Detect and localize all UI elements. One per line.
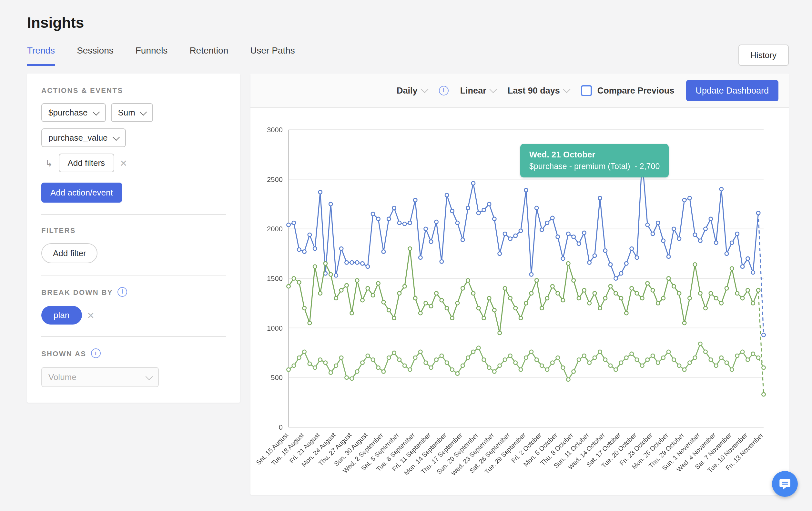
chevron-down-icon <box>490 86 497 93</box>
shown-as-heading: SHOWN AS i <box>41 349 226 358</box>
breakdown-pill-plan[interactable]: plan <box>41 306 82 325</box>
chat-launcher[interactable] <box>772 471 798 497</box>
add-filter-button[interactable]: Add filter <box>41 243 98 263</box>
add-filters-row: ↳ Add filters ✕ <box>45 154 226 172</box>
chevron-down-icon <box>112 133 120 141</box>
breakdown-heading-label: BREAK DOWN BY <box>41 288 113 296</box>
page-title: Insights <box>27 14 789 32</box>
aggregation-select[interactable]: Sum <box>111 103 153 122</box>
history-button[interactable]: History <box>738 44 789 66</box>
svg-text:0: 0 <box>279 423 283 431</box>
interval-select-value: Daily <box>397 86 417 95</box>
remove-event-icon[interactable]: ✕ <box>120 158 127 168</box>
filters-heading: FILTERS <box>41 227 226 234</box>
info-icon[interactable]: i <box>117 287 127 297</box>
info-icon[interactable]: i <box>439 86 448 95</box>
tooltip-body: $purchase - premium (Total) - 2,700 <box>529 162 660 171</box>
chart-toolbar: Daily i Linear Last 90 days Compare Prev… <box>251 73 789 108</box>
aggregation-select-value: Sum <box>118 108 135 117</box>
compare-previous-checkbox[interactable] <box>581 85 592 96</box>
svg-text:2000: 2000 <box>267 225 283 233</box>
nested-arrow-icon: ↳ <box>45 158 53 168</box>
event-select[interactable]: $purchase <box>41 103 106 122</box>
update-dashboard-button[interactable]: Update Dashboard <box>686 80 778 101</box>
tab-funnels[interactable]: Funnels <box>136 45 168 66</box>
remove-breakdown-icon[interactable]: ✕ <box>87 310 94 320</box>
page-header: Insights <box>0 0 812 32</box>
property-select[interactable]: purchase_value <box>41 128 126 147</box>
date-range-select[interactable]: Last 90 days <box>508 86 570 95</box>
divider <box>41 336 226 337</box>
breakdown-heading: BREAK DOWN BY i <box>41 287 226 297</box>
divider <box>41 214 226 215</box>
actions-events-heading: ACTIONS & EVENTS <box>41 86 226 94</box>
svg-text:1500: 1500 <box>267 274 283 282</box>
tab-sessions[interactable]: Sessions <box>77 45 114 66</box>
insights-page: Insights Trends Sessions Funnels Retenti… <box>0 0 812 511</box>
compare-previous-control[interactable]: Compare Previous <box>581 85 674 96</box>
chart-card: Daily i Linear Last 90 days Compare Prev… <box>251 73 789 495</box>
add-action-event-button[interactable]: Add action/event <box>41 183 122 203</box>
compare-previous-label: Compare Previous <box>598 86 674 95</box>
svg-text:3000: 3000 <box>267 126 283 134</box>
main-content: ACTIONS & EVENTS $purchase Sum purchase_… <box>0 66 812 495</box>
scale-select-value: Linear <box>460 86 486 95</box>
tabs-row: Trends Sessions Funnels Retention User P… <box>0 44 812 66</box>
property-select-value: purchase_value <box>49 133 108 143</box>
chevron-down-icon <box>146 372 153 380</box>
tab-retention[interactable]: Retention <box>190 45 228 66</box>
chevron-down-icon <box>563 86 571 93</box>
chevron-down-icon <box>140 108 147 116</box>
interval-select[interactable]: Daily <box>397 86 427 95</box>
chevron-down-icon <box>421 86 428 93</box>
add-filters-button[interactable]: Add filters <box>58 154 114 172</box>
shown-as-heading-label: SHOWN AS <box>41 350 86 357</box>
shown-as-value: Volume <box>49 372 77 382</box>
event-select-value: $purchase <box>49 108 87 117</box>
chart-body: 050010001500200025003000Sat. 15 AugustTu… <box>251 108 789 495</box>
svg-text:500: 500 <box>271 373 283 382</box>
tab-user-paths[interactable]: User Paths <box>250 45 295 66</box>
query-panel: ACTIONS & EVENTS $purchase Sum purchase_… <box>27 73 240 402</box>
svg-text:1000: 1000 <box>267 324 283 332</box>
shown-as-select[interactable]: Volume <box>41 367 159 387</box>
breakdown-row: plan ✕ <box>41 306 226 325</box>
property-row: purchase_value <box>41 128 226 147</box>
svg-text:2500: 2500 <box>267 176 283 184</box>
trend-chart[interactable]: 050010001500200025003000Sat. 15 AugustTu… <box>252 116 777 495</box>
event-row: $purchase Sum <box>41 103 226 122</box>
chat-icon <box>778 477 791 490</box>
tab-trends[interactable]: Trends <box>27 45 55 66</box>
divider <box>41 275 226 275</box>
date-range-value: Last 90 days <box>508 86 560 95</box>
chevron-down-icon <box>92 108 100 116</box>
scale-select[interactable]: Linear <box>460 86 496 95</box>
info-icon[interactable]: i <box>91 349 100 358</box>
chart-tooltip: Wed. 21 October $purchase - premium (Tot… <box>520 144 669 177</box>
tooltip-title: Wed. 21 October <box>529 150 660 159</box>
